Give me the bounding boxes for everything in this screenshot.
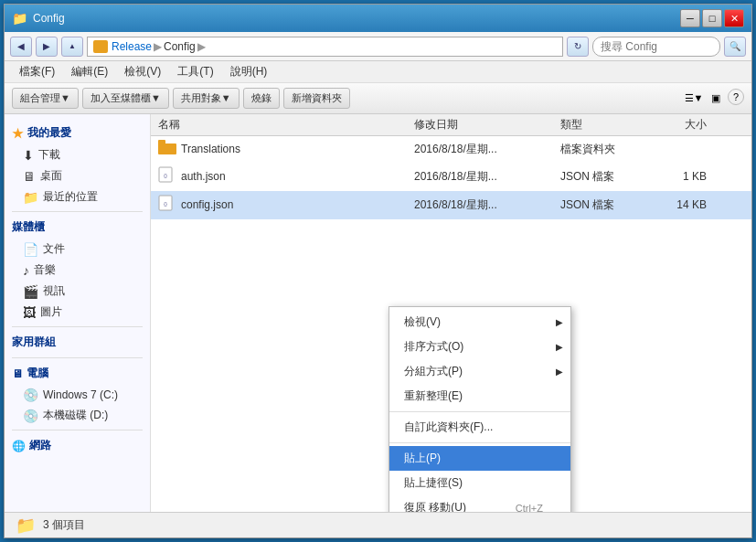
documents-icon: 📄 bbox=[23, 242, 38, 257]
context-menu: 檢視(V) ▶ 排序方式(O) ▶ 分組方式(P) ▶ 重新整理(E) 自訂此資… bbox=[389, 306, 571, 512]
ctx-group-arrow: ▶ bbox=[556, 367, 563, 377]
search-button[interactable]: 🔍 bbox=[724, 37, 746, 57]
ctx-sort[interactable]: 排序方式(O) ▶ bbox=[389, 335, 570, 359]
add-library-button[interactable]: 加入至煤體櫃▼ bbox=[82, 88, 169, 109]
path-sep2: ▶ bbox=[197, 40, 206, 53]
ctx-undo[interactable]: 復原 移動(U) Ctrl+Z bbox=[389, 495, 570, 512]
menu-edit[interactable]: 編輯(E) bbox=[64, 62, 115, 81]
menu-view[interactable]: 檢視(V) bbox=[117, 62, 168, 81]
sidebar-video-label: 視訊 bbox=[43, 283, 65, 299]
ctx-group[interactable]: 分組方式(P) ▶ bbox=[389, 359, 570, 384]
ctx-customize[interactable]: 自訂此資料夾(F)... bbox=[389, 415, 570, 440]
sidebar-recent-label: 最近的位置 bbox=[43, 189, 98, 205]
address-path[interactable]: Release ▶ Config ▶ bbox=[87, 37, 563, 57]
sidebar-item-c-drive[interactable]: 💿 Windows 7 (C:) bbox=[5, 385, 150, 405]
address-bar: ◀ ▶ ▲ Release ▶ Config ▶ ↻ 🔍 bbox=[5, 32, 751, 61]
title-bar-left: 📁 Config bbox=[12, 11, 65, 26]
view-toggle-button[interactable]: ☰▼ bbox=[684, 89, 704, 109]
sidebar-item-downloads[interactable]: ⬇ 下載 bbox=[5, 144, 150, 165]
col-header-type[interactable]: 類型 bbox=[560, 117, 652, 133]
up-button[interactable]: ▲ bbox=[61, 37, 83, 57]
sidebar-homegroup-header[interactable]: 家用群組 bbox=[5, 331, 150, 354]
sidebar-favorites-section: ★ 我的最愛 ⬇ 下載 🖥 桌面 📁 最近的位置 bbox=[5, 122, 150, 207]
new-folder-button[interactable]: 新增資料夾 bbox=[283, 88, 350, 109]
share-label: 共用對象▼ bbox=[181, 91, 231, 105]
sidebar-computer-header[interactable]: 🖥 電腦 bbox=[5, 362, 150, 385]
ctx-paste-shortcut-label: 貼上捷徑(S) bbox=[404, 475, 463, 491]
sidebar-desktop-label: 桌面 bbox=[40, 168, 62, 184]
col-header-name[interactable]: 名稱 bbox=[158, 117, 414, 133]
forward-button[interactable]: ▶ bbox=[36, 37, 58, 57]
file-row-translations[interactable]: Translations 2016/8/18/星期... 檔案資料夾 bbox=[151, 136, 751, 163]
sidebar-libraries-header[interactable]: 媒體櫃 bbox=[5, 216, 150, 239]
file-row-config-json[interactable]: {} config.json 2016/8/18/星期... JSON 檔案 1… bbox=[151, 191, 751, 219]
burn-button[interactable]: 燒錄 bbox=[243, 88, 280, 109]
sidebar-item-video[interactable]: 🎬 視訊 bbox=[5, 281, 150, 302]
title-bar-controls: ─ □ ✕ bbox=[680, 9, 744, 27]
ctx-paste-shortcut[interactable]: 貼上捷徑(S) bbox=[389, 471, 570, 495]
menu-file[interactable]: 檔案(F) bbox=[12, 62, 62, 81]
sidebar-item-pictures[interactable]: 🖼 圖片 bbox=[5, 302, 150, 323]
file-name-config: config.json bbox=[181, 198, 414, 211]
sidebar-favorites-header[interactable]: ★ 我的最愛 bbox=[5, 122, 150, 144]
organize-button[interactable]: 組合管理▼ bbox=[12, 88, 79, 109]
path-folder-icon bbox=[93, 40, 108, 53]
video-icon: 🎬 bbox=[23, 284, 38, 299]
sidebar-documents-label: 文件 bbox=[43, 241, 65, 257]
back-button[interactable]: ◀ bbox=[10, 37, 32, 57]
folder-icon-translations bbox=[158, 140, 176, 158]
path-config[interactable]: Config bbox=[164, 40, 196, 53]
sidebar-network-label: 網路 bbox=[29, 438, 51, 453]
ctx-sort-arrow: ▶ bbox=[556, 342, 563, 352]
sidebar-downloads-label: 下載 bbox=[38, 147, 60, 163]
sidebar-divider-1 bbox=[12, 211, 143, 212]
status-folder-icon: 📁 bbox=[16, 515, 36, 536]
ctx-view-label: 檢視(V) bbox=[404, 314, 441, 330]
close-button[interactable]: ✕ bbox=[724, 9, 744, 27]
refresh-path-button[interactable]: ↻ bbox=[567, 37, 589, 57]
d-drive-icon: 💿 bbox=[23, 409, 38, 423]
file-size-auth: 1 KB bbox=[652, 170, 725, 183]
new-folder-label: 新增資料夾 bbox=[292, 91, 342, 105]
sidebar-network-section: 🌐 網路 bbox=[5, 434, 150, 457]
preview-pane-button[interactable]: ▣ bbox=[706, 89, 726, 109]
maximize-button[interactable]: □ bbox=[702, 9, 722, 27]
sidebar-d-drive-label: 本機磁碟 (D:) bbox=[43, 408, 108, 423]
svg-text:{}: {} bbox=[164, 201, 167, 207]
share-button[interactable]: 共用對象▼ bbox=[173, 88, 240, 109]
search-input[interactable] bbox=[592, 37, 720, 57]
file-date-translations: 2016/8/18/星期... bbox=[414, 142, 560, 157]
sidebar-item-documents[interactable]: 📄 文件 bbox=[5, 239, 150, 260]
help-button[interactable]: ? bbox=[728, 89, 744, 105]
file-row-auth-json[interactable]: {} auth.json 2016/8/18/星期... JSON 檔案 1 K… bbox=[151, 163, 751, 191]
path-release[interactable]: Release bbox=[112, 40, 152, 53]
sidebar-divider-2 bbox=[12, 326, 143, 327]
sidebar: ★ 我的最愛 ⬇ 下載 🖥 桌面 📁 最近的位置 bbox=[5, 114, 151, 512]
sidebar-item-d-drive[interactable]: 💿 本機磁碟 (D:) bbox=[5, 405, 150, 426]
view-buttons: ☰▼ ▣ ? bbox=[684, 89, 744, 109]
sidebar-item-desktop[interactable]: 🖥 桌面 bbox=[5, 165, 150, 186]
col-header-size[interactable]: 大小 bbox=[652, 117, 725, 133]
ctx-sort-label: 排序方式(O) bbox=[404, 339, 463, 355]
file-type-config: JSON 檔案 bbox=[560, 197, 652, 213]
burn-label: 燒錄 bbox=[251, 91, 272, 105]
sidebar-item-music[interactable]: ♪ 音樂 bbox=[5, 260, 150, 281]
sidebar-computer-label: 電腦 bbox=[27, 366, 48, 381]
menu-bar: 檔案(F) 編輯(E) 檢視(V) 工具(T) 說明(H) bbox=[5, 61, 751, 83]
sidebar-divider-4 bbox=[12, 430, 143, 430]
download-icon: ⬇ bbox=[23, 148, 34, 163]
menu-help[interactable]: 說明(H) bbox=[223, 62, 275, 81]
organize-label: 組合管理▼ bbox=[20, 91, 70, 105]
file-name-auth: auth.json bbox=[181, 170, 414, 183]
sidebar-network-header[interactable]: 🌐 網路 bbox=[5, 434, 150, 457]
menu-tools[interactable]: 工具(T) bbox=[170, 62, 220, 81]
ctx-paste[interactable]: 貼上(P) bbox=[389, 446, 570, 471]
col-header-date[interactable]: 修改日期 bbox=[414, 117, 560, 133]
recent-icon: 📁 bbox=[23, 190, 38, 205]
sidebar-favorites-label: 我的最愛 bbox=[27, 125, 71, 141]
sidebar-item-recent[interactable]: 📁 最近的位置 bbox=[5, 186, 150, 207]
ctx-view[interactable]: 檢視(V) ▶ bbox=[389, 310, 570, 335]
sidebar-divider-3 bbox=[12, 357, 143, 358]
minimize-button[interactable]: ─ bbox=[680, 9, 700, 27]
ctx-refresh[interactable]: 重新整理(E) bbox=[389, 384, 570, 409]
